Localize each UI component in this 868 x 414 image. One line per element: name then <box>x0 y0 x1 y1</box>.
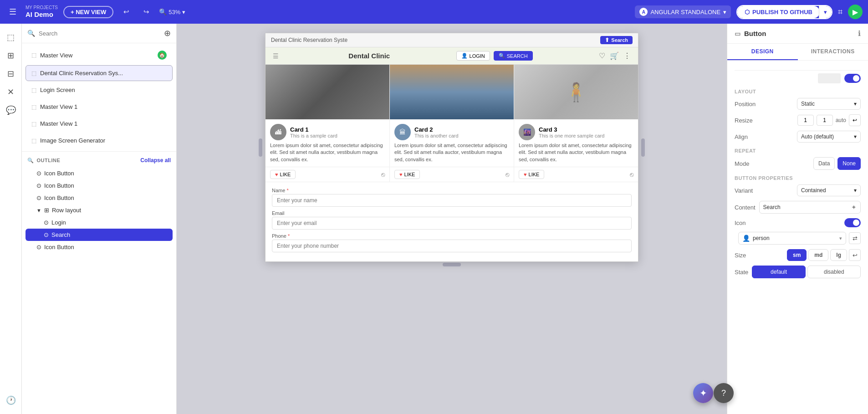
canvas-resize-right[interactable] <box>641 138 645 157</box>
variant-select[interactable]: Contained ▾ <box>797 184 861 196</box>
menu-icon[interactable]: ☰ <box>5 5 20 19</box>
view-icon: ⬚ <box>31 104 36 110</box>
card3-avatar: 🌆 <box>519 124 535 140</box>
size-buttons: sm md lg ↩ <box>787 249 861 261</box>
resize-reset-button[interactable]: ↩ <box>849 114 861 126</box>
share-button[interactable]: ⌗ <box>838 7 842 17</box>
resize-inputs: auto ↩ <box>797 114 861 126</box>
size-sm-button[interactable]: sm <box>787 249 807 261</box>
state-default-button[interactable]: default <box>752 266 805 278</box>
icon-toggle[interactable] <box>844 218 861 227</box>
right-panel-header: ▭ Button ℹ <box>727 24 868 44</box>
zoom-control[interactable]: 🔍 53% ▾ <box>159 8 185 15</box>
content-regenerate-button[interactable]: ✦ <box>851 204 857 211</box>
icon-swap-button[interactable]: ⇄ <box>849 232 861 244</box>
nav-comments-button[interactable]: 💬 <box>3 102 19 118</box>
canvas-resize-bottom[interactable] <box>443 263 461 266</box>
state-disabled-button[interactable]: disabled <box>807 266 861 278</box>
outline-item-search[interactable]: ⊙ Search <box>26 229 173 241</box>
info-button[interactable]: ℹ <box>858 29 861 38</box>
nav-plugins-button[interactable]: ✕ <box>3 84 19 100</box>
form-email-input[interactable] <box>272 217 632 230</box>
view-item-master-view[interactable]: ⬚ Master View 🏠 <box>26 46 173 64</box>
nav-database-button[interactable]: ⊟ <box>3 66 19 82</box>
view-item-label: Image Screen Generator <box>40 137 167 144</box>
size-label: Size <box>735 252 746 259</box>
outline-item-icon-btn-4[interactable]: ⊙ Icon Button <box>22 241 176 253</box>
card3-like-button[interactable]: ♥ LIKE <box>519 170 544 179</box>
mode-none-button[interactable]: None <box>837 157 861 170</box>
tab-design[interactable]: DESIGN <box>727 44 798 60</box>
position-select[interactable]: Static ▾ <box>797 98 861 110</box>
card1-like-button[interactable]: ♥ LIKE <box>270 170 296 179</box>
resize-height-input[interactable] <box>817 115 833 126</box>
mode-data-button[interactable]: Data <box>813 157 835 170</box>
framework-selector[interactable]: A ANGULAR STANDALONE ▾ <box>635 5 731 18</box>
view-item-dental-clinic[interactable]: ⬚ Dental Clinic Reservation Sys... <box>26 65 173 81</box>
collapse-all-button[interactable]: Collapse all <box>140 157 171 164</box>
ai-fab-button[interactable]: ✦ <box>693 383 713 403</box>
cart-icon[interactable]: 🛒 <box>610 51 619 60</box>
share-icon[interactable]: ⎋ <box>381 171 385 178</box>
add-view-button[interactable]: ⊕ <box>164 28 171 38</box>
icon-btn-icon: ⊙ <box>36 244 41 250</box>
view-item-image-screen[interactable]: ⬚ Image Screen Generator <box>26 133 173 148</box>
heart-icon[interactable]: ♡ <box>599 51 605 60</box>
card3-header: 🌆 Card 3 This is one more sample card <box>514 119 638 142</box>
redo-button[interactable]: ↪ <box>139 5 153 19</box>
resize-row: Resize auto ↩ <box>735 114 861 126</box>
card2-like-button[interactable]: ♥ LIKE <box>394 170 420 179</box>
layout-toggle[interactable] <box>844 74 861 83</box>
resize-width-input[interactable] <box>797 115 814 126</box>
search-input[interactable] <box>39 30 160 37</box>
form-phone-input[interactable] <box>272 240 632 252</box>
view-item-master-view-1[interactable]: ⬚ Master View 1 <box>26 99 173 115</box>
chevron-down-icon: ▾ <box>854 187 857 194</box>
form-name-input[interactable] <box>272 194 632 207</box>
publish-button[interactable]: ⬡ PUBLISH TO GITHUB <box>737 6 820 18</box>
nav-components-button[interactable]: ⊞ <box>3 47 19 64</box>
canvas-resize-left[interactable] <box>259 138 262 157</box>
icon-label: Icon <box>735 220 746 226</box>
tab-interactions[interactable]: INTERACTIONS <box>798 44 868 60</box>
view-item-login-screen[interactable]: ⬚ Login Screen <box>26 82 173 98</box>
help-fab-button[interactable]: ? <box>714 383 734 403</box>
align-select[interactable]: Auto (default) ▾ <box>797 131 861 143</box>
icon-selector-wrapper: 👤 person ▾ ⇄ <box>738 232 861 245</box>
more-icon[interactable]: ⋮ <box>623 51 631 60</box>
share-icon[interactable]: ⎋ <box>505 171 509 178</box>
outline-item-row-layout[interactable]: ▼ ⊞ Row layout <box>22 204 176 216</box>
undo-button[interactable]: ↩ <box>119 5 133 19</box>
card1-title-block: Card 1 This is a sample card <box>290 126 337 138</box>
card2-image <box>390 65 514 119</box>
nav-hamburger-icon[interactable]: ☰ <box>273 52 279 60</box>
size-lg-button[interactable]: lg <box>830 249 847 261</box>
divider-top <box>735 66 861 71</box>
icon-selector[interactable]: 👤 person ▾ <box>738 232 846 245</box>
card3-title: Card 3 <box>539 126 604 133</box>
outline-item-icon-btn-3[interactable]: ⊙ Icon Button <box>22 192 176 204</box>
publish-dropdown-button[interactable]: ▾ <box>819 6 832 18</box>
search-icon: 🔍 <box>27 30 35 37</box>
outline-item-icon-btn-1[interactable]: ⊙ Icon Button <box>22 167 176 179</box>
view-icon: ⬚ <box>31 121 36 127</box>
size-reset-button[interactable]: ↩ <box>849 249 861 261</box>
content-label: Content <box>735 204 756 211</box>
state-row: State default disabled <box>735 266 861 278</box>
share-icon[interactable]: ⎋ <box>630 171 633 178</box>
nav-layers-button[interactable]: ⬚ <box>3 29 19 46</box>
button-props-title: BUTTON PROPERTIES <box>735 175 861 181</box>
preview-search-badge[interactable]: ⬆ Search <box>600 36 633 44</box>
run-button[interactable]: ▶ <box>848 5 863 19</box>
preview-search-button[interactable]: 🔍 SEARCH <box>494 51 533 61</box>
preview-login-button[interactable]: 👤 LOGIN <box>456 51 490 61</box>
view-item-vehicle-selection[interactable]: ⬚ Master View 1 <box>26 116 173 132</box>
outline-item-login[interactable]: ⊙ Login <box>22 216 176 229</box>
framework-label: ANGULAR STANDALONE <box>650 9 720 15</box>
content-input[interactable] <box>763 204 848 210</box>
size-md-button[interactable]: md <box>808 249 828 261</box>
outline-item-icon-btn-2[interactable]: ⊙ Icon Button <box>22 179 176 192</box>
new-view-button[interactable]: + NEW VIEW <box>63 6 113 18</box>
nav-history-button[interactable]: 🕐 <box>3 392 19 409</box>
preview-wrapper: Dental Clinic Reservation Syste ⬆ Search… <box>265 33 638 262</box>
